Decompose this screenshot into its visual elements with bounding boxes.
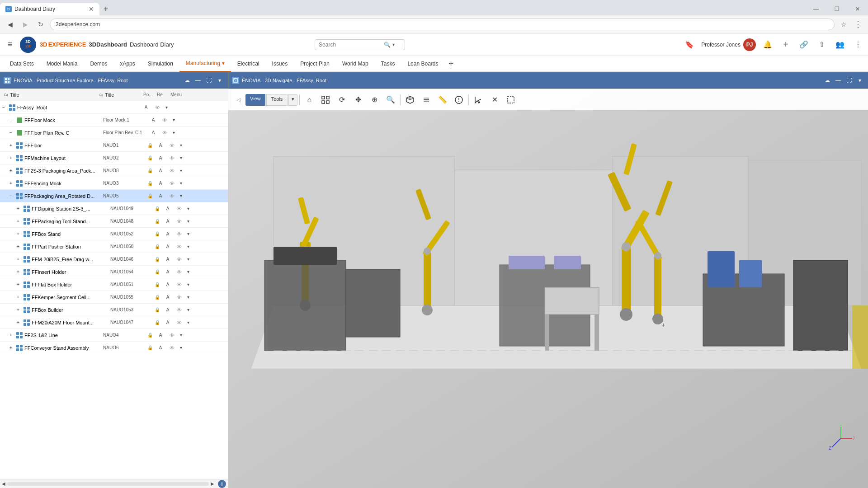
sidebar-item-manufacturing[interactable]: Manufacturing ▾ — [179, 56, 231, 72]
node-arrow-icon[interactable]: ▾ — [184, 307, 193, 312]
right-panel-expand-button[interactable]: ⛶ — [844, 76, 854, 85]
node-eye-icon[interactable]: 👁 — [175, 244, 184, 249]
expand-icon[interactable]: + — [14, 230, 22, 238]
expand-icon[interactable]: + — [7, 155, 14, 162]
sidebar-item-xapps[interactable]: xApps — [113, 56, 141, 72]
h-scrollbar-track[interactable] — [7, 482, 209, 486]
sidebar-item-electrical[interactable]: Electrical — [231, 56, 266, 72]
node-arrow-icon[interactable]: ▾ — [184, 231, 193, 236]
node-eye-icon[interactable]: 👁 — [175, 282, 184, 287]
clip-planes-icon[interactable] — [419, 92, 434, 108]
search-input[interactable] — [319, 42, 382, 48]
node-arrow-icon[interactable]: ▾ — [169, 117, 178, 122]
node-eye-icon[interactable]: 👁 — [175, 307, 184, 313]
tree-row[interactable]: + FFFlat Box Holder NAUO1051 🔒 A 👁 ▾ — [0, 278, 228, 291]
clear-icon[interactable]: ✕ — [487, 92, 502, 108]
expand-icon[interactable]: + — [7, 142, 14, 149]
rect-select-icon[interactable] — [503, 92, 519, 108]
node-arrow-icon[interactable]: ▾ — [184, 257, 193, 262]
right-panel-collapse-button[interactable]: ▾ — [855, 76, 864, 85]
h-scrollbar-right-btn[interactable]: ▶ — [211, 481, 214, 486]
refresh-button[interactable]: ↻ — [34, 18, 47, 31]
right-panel-minimize-button[interactable]: — — [834, 76, 843, 85]
node-eye-icon[interactable]: 👁 — [175, 219, 184, 224]
search-dropdown-icon[interactable]: ▾ — [392, 42, 395, 47]
tree-row[interactable]: + FFBox Stand NAUO1052 🔒 A 👁 ▾ — [0, 228, 228, 240]
expand-icon[interactable]: + — [14, 294, 22, 301]
node-arrow-icon[interactable]: ▾ — [184, 282, 193, 287]
tools-button[interactable]: Tools — [266, 94, 288, 106]
expand-icon[interactable]: + — [14, 243, 22, 250]
magnify-icon[interactable]: 🔍 — [383, 92, 398, 108]
add-icon[interactable]: + — [779, 38, 792, 51]
sidebar-item-data-sets[interactable]: Data Sets — [4, 56, 40, 72]
rotate-icon[interactable]: ⟳ — [334, 92, 349, 108]
sidebar-item-lean-boards[interactable]: Lean Boards — [401, 56, 444, 72]
hamburger-menu[interactable]: ≡ — [4, 38, 16, 51]
panel-cloud-icon[interactable]: ☁ — [183, 76, 192, 85]
node-arrow-icon[interactable]: ▾ — [184, 219, 193, 224]
node-arrow-icon[interactable]: ▾ — [176, 168, 185, 173]
tree-row[interactable]: − FFAssy_Root A 👁 ▾ — [0, 101, 228, 114]
viewport-3d[interactable]: + ◁ View Tools ▾ ⌂ ⟳ ✥ — [228, 89, 868, 488]
node-arrow-icon[interactable]: ▾ — [184, 206, 193, 211]
notification-icon[interactable]: 🔔 — [761, 38, 774, 51]
expand-icon[interactable]: + — [14, 218, 22, 225]
tree-row[interactable]: + FFFloor NAUO1 🔒 A 👁 ▾ — [0, 139, 228, 152]
tree-row[interactable]: + FF2S-3 Packaging Area_Pack... NAUO8 🔒 … — [0, 164, 228, 177]
node-eye-icon[interactable]: 👁 — [167, 168, 176, 174]
toolbar-dropdown-button[interactable]: ▾ — [288, 94, 297, 106]
tab-close-button[interactable]: ✕ — [89, 5, 94, 13]
share-icon[interactable]: ⇧ — [816, 38, 828, 51]
people-icon[interactable]: 👥 — [834, 38, 846, 51]
node-eye-icon[interactable]: 👁 — [175, 206, 184, 211]
sidebar-item-tasks[interactable]: Tasks — [375, 56, 401, 72]
compass-logo[interactable]: 3D V,R — [20, 37, 36, 53]
node-arrow-icon[interactable]: ▾ — [184, 295, 193, 300]
sidebar-item-model-mania[interactable]: Model Mania — [40, 56, 84, 72]
more-icon[interactable]: ⋮ — [852, 38, 864, 51]
tree-row[interactable]: + FFPart Pusher Station NAUO1050 🔒 A 👁 ▾ — [0, 240, 228, 253]
expand-icon[interactable]: + — [14, 268, 22, 276]
node-eye-icon[interactable]: 👁 — [167, 143, 176, 148]
tree-row[interactable]: − FFFloor Mock Floor Mock.1 A 👁 ▾ — [0, 114, 228, 127]
node-arrow-icon[interactable]: ▾ — [169, 130, 178, 135]
expand-icon[interactable]: + — [7, 167, 14, 174]
pan-icon[interactable]: ✥ — [350, 92, 366, 108]
tree-row[interactable]: + FFDipping Station 2S-3_... NAUO1049 🔒 … — [0, 202, 228, 215]
more-tools-icon[interactable] — [451, 92, 467, 108]
header-search[interactable]: 🔍 ▾ — [315, 39, 405, 50]
node-eye-icon[interactable]: 👁 — [167, 333, 176, 338]
node-arrow-icon[interactable]: ▾ — [176, 181, 185, 186]
tree-row[interactable]: + FFPackaging Tool Stand... NAUO1048 🔒 A… — [0, 215, 228, 228]
tree-container[interactable]: − FFAssy_Root A 👁 ▾ − — [0, 101, 228, 479]
win-close-button[interactable]: ✕ — [847, 1, 868, 17]
expand-icon[interactable]: − — [7, 129, 14, 136]
info-button[interactable]: i — [218, 480, 226, 488]
zoom-icon[interactable]: ⊕ — [367, 92, 382, 108]
forward-button[interactable]: ▶ — [19, 18, 32, 31]
h-scrollbar-left-btn[interactable]: ◀ — [2, 481, 5, 486]
sidebar-item-project-plan[interactable]: Project Plan — [294, 56, 336, 72]
node-eye-icon[interactable]: 👁 — [167, 193, 176, 199]
tree-row[interactable]: − FFFloor Plan Rev. C Floor Plan Rev. C.… — [0, 127, 228, 139]
node-arrow-icon[interactable]: ▾ — [184, 320, 193, 325]
view-button[interactable]: View — [245, 94, 265, 106]
tree-row[interactable]: + FFM-20iB25_Free Drag w... NAUO1046 🔒 A… — [0, 253, 228, 266]
tree-row[interactable]: + FFKemper Segment Cell... NAUO1055 🔒 A … — [0, 291, 228, 304]
more-options-button[interactable]: ⋮ — [852, 18, 864, 31]
bookmark-icon[interactable]: ☆ — [837, 18, 850, 31]
tree-row[interactable]: + FFMachine Layout NAUO2 🔒 A 👁 ▾ — [0, 152, 228, 164]
node-arrow-icon[interactable]: ▾ — [176, 143, 185, 148]
tree-row[interactable]: + FFInsert Holder NAUO1054 🔒 A 👁 ▾ — [0, 266, 228, 278]
expand-icon[interactable]: + — [14, 281, 22, 288]
node-arrow-icon[interactable]: ▾ — [176, 193, 185, 198]
tree-row[interactable]: + FFBox Builder NAUO1053 🔒 A 👁 ▾ — [0, 304, 228, 316]
tree-row[interactable]: + FFFencing Mock NAUO3 🔒 A 👁 ▾ — [0, 177, 228, 190]
expand-icon[interactable]: + — [14, 256, 22, 263]
node-eye-icon[interactable]: 👁 — [175, 295, 184, 300]
avatar[interactable]: PJ — [743, 38, 756, 51]
expand-icon[interactable]: + — [14, 306, 22, 314]
fit-screen-icon[interactable] — [318, 92, 333, 108]
node-eye-icon[interactable]: 👁 — [175, 269, 184, 275]
